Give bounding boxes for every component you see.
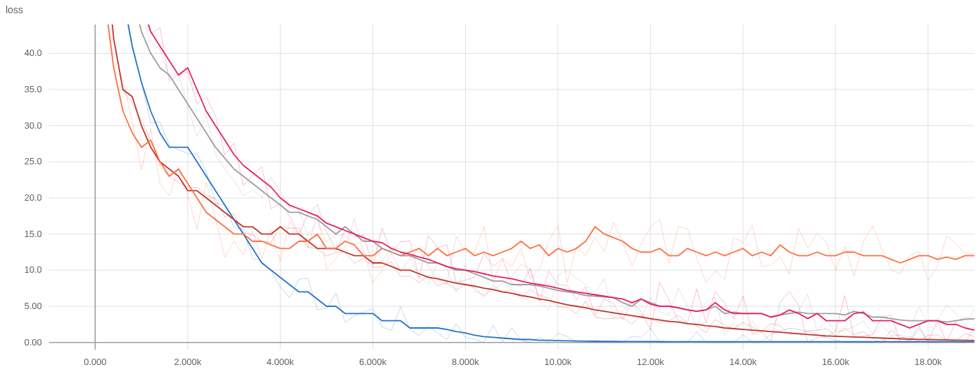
- y-tick: 0.00: [24, 337, 42, 348]
- svg-text:20.0: 20.0: [24, 192, 42, 203]
- svg-text:25.0: 25.0: [24, 156, 42, 166]
- raw-run-orange: [95, 0, 974, 284]
- svg-text:0.000: 0.000: [84, 357, 107, 367]
- y-tick: 30.0: [24, 120, 42, 131]
- series-run-darkred: [95, 0, 974, 341]
- svg-text:2.000k: 2.000k: [174, 357, 202, 367]
- y-tick: 15.0: [24, 229, 42, 239]
- raw-run-pink: [95, 0, 974, 343]
- y-tick: 5.00: [24, 301, 42, 311]
- y-tick: 35.0: [24, 84, 42, 94]
- svg-text:40.0: 40.0: [24, 48, 42, 58]
- svg-text:30.0: 30.0: [24, 120, 42, 131]
- y-tick: 40.0: [24, 48, 42, 58]
- y-tick: 10.0: [24, 264, 42, 275]
- x-tick: 8.000k: [452, 357, 480, 367]
- x-tick: 6.000k: [359, 357, 387, 367]
- x-tick: 16.00k: [822, 357, 850, 367]
- y-tick: 20.0: [24, 192, 42, 203]
- svg-text:18.00k: 18.00k: [914, 357, 942, 367]
- chart-title: loss: [6, 4, 23, 15]
- svg-text:10.00k: 10.00k: [544, 357, 572, 367]
- svg-text:16.00k: 16.00k: [822, 357, 850, 367]
- x-tick: 10.00k: [544, 357, 572, 367]
- lines: [95, 0, 974, 343]
- raw-run-darkred: [95, 0, 974, 343]
- x-tick: 18.00k: [914, 357, 942, 367]
- x-tick: 2.000k: [174, 357, 202, 367]
- loss-chart[interactable]: 0.005.0010.015.020.025.030.035.040.00.00…: [0, 0, 980, 386]
- series-run-pink: [95, 0, 974, 330]
- chart-container: loss 0.005.0010.015.020.025.030.035.040.…: [0, 0, 980, 386]
- x-tick: 12.00k: [637, 357, 665, 367]
- raw-run-blue: [95, 0, 974, 343]
- series-run-orange: [95, 0, 974, 263]
- svg-text:0.00: 0.00: [24, 337, 42, 348]
- svg-text:5.00: 5.00: [24, 301, 42, 311]
- x-tick: 4.000k: [267, 357, 295, 367]
- series-run-blue: [95, 0, 974, 342]
- svg-text:4.000k: 4.000k: [267, 357, 295, 367]
- svg-text:15.0: 15.0: [24, 229, 42, 239]
- svg-text:14.00k: 14.00k: [729, 357, 757, 367]
- y-tick: 25.0: [24, 156, 42, 166]
- svg-text:12.00k: 12.00k: [637, 357, 665, 367]
- svg-text:10.0: 10.0: [24, 264, 42, 275]
- x-tick: 0.000: [84, 357, 107, 367]
- svg-text:8.000k: 8.000k: [452, 357, 480, 367]
- x-tick: 14.00k: [729, 357, 757, 367]
- svg-text:35.0: 35.0: [24, 84, 42, 94]
- svg-text:6.000k: 6.000k: [359, 357, 387, 367]
